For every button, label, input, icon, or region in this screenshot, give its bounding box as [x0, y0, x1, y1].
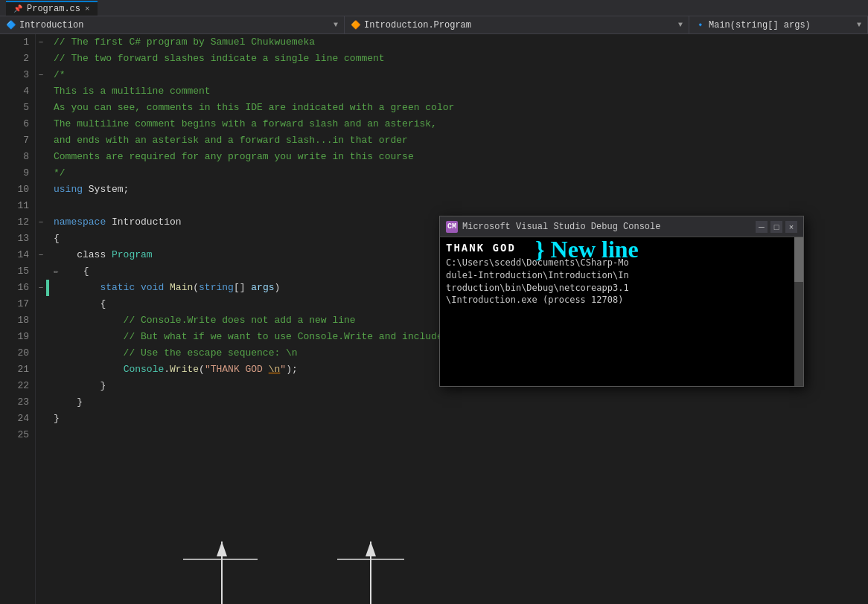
- fold-indicator: [36, 411, 46, 427]
- class-icon: 🔶: [351, 20, 361, 30]
- class-label: Introduction.Program: [364, 20, 471, 30]
- debug-app-icon: CM: [446, 221, 458, 233]
- debug-output-line2: C:\Users\scedd\Documents\CSharp-Mo dule1…: [446, 257, 797, 306]
- fold-indicator[interactable]: −: [36, 247, 46, 263]
- line-number: 3: [7, 67, 29, 83]
- debug-title-bar: CM Microsoft Visual Studio Debug Console…: [440, 216, 803, 237]
- fold-indicator[interactable]: −: [36, 34, 46, 51]
- keyword-token: string: [199, 280, 234, 296]
- code-line: // The first C# program by Samuel Chukwu…: [51, 34, 868, 51]
- fold-indicator: [36, 132, 46, 149]
- debug-scrollbar[interactable]: [794, 237, 803, 386]
- green-indicator-bar: [46, 280, 49, 296]
- line-number: 11: [7, 198, 29, 214]
- line-number: 22: [7, 378, 29, 394]
- namespace-arrow-icon: ▼: [334, 21, 338, 29]
- class-arrow-icon: ▼: [678, 21, 683, 29]
- white-token: ): [275, 280, 281, 296]
- fold-indicator: [36, 165, 46, 181]
- line-number: 14: [7, 247, 29, 263]
- code-line: }: [51, 394, 868, 411]
- comment-token: This is a multiline comment: [54, 83, 211, 100]
- white-token: .: [164, 362, 170, 378]
- fold-indicator[interactable]: −: [36, 280, 46, 296]
- white-token: );: [286, 362, 298, 378]
- fold-indicator[interactable]: −: [36, 67, 46, 83]
- method-arrow-icon: ▼: [857, 21, 861, 29]
- comment-token: */: [54, 165, 66, 181]
- code-line: using System;: [51, 181, 868, 198]
- method-token: Write: [170, 362, 199, 378]
- line-number: 4: [7, 83, 29, 100]
- line-number: 21: [7, 362, 29, 378]
- minimize-button[interactable]: ─: [756, 221, 768, 233]
- method-dropdown[interactable]: 🔹 Main(string[] args) ▼: [689, 16, 868, 33]
- fold-indicator[interactable]: −: [36, 214, 46, 231]
- line-number: 15: [7, 263, 29, 280]
- fold-indicator: [36, 362, 46, 378]
- line-number: 12: [7, 214, 29, 231]
- comment-token: // Use the escape sequence: \n: [54, 345, 298, 362]
- fold-indicator: [36, 263, 46, 280]
- string-token: "THANK GOD: [205, 362, 269, 378]
- line-number: 1: [7, 34, 29, 51]
- restore-button[interactable]: □: [770, 221, 782, 233]
- fold-indicator: [36, 149, 46, 165]
- fold-column: −−−−−: [36, 34, 46, 604]
- class-token: Program: [112, 247, 153, 263]
- comment-token: // The first C# program by Samuel Chukwu…: [54, 34, 315, 51]
- line-number: 24: [7, 411, 29, 427]
- namespace-dropdown[interactable]: 🔷 Introduction ▼: [0, 16, 345, 33]
- pin-icon: 📌: [13, 4, 22, 13]
- line-number: 7: [7, 132, 29, 149]
- fold-indicator: [36, 296, 46, 312]
- fold-indicator: [36, 231, 46, 247]
- method-icon: 🔹: [695, 20, 706, 30]
- line-number: 8: [7, 149, 29, 165]
- white-token: }: [54, 378, 106, 394]
- fold-indicator: [36, 329, 46, 345]
- white-token: []: [234, 280, 251, 296]
- comment-token: /*: [54, 67, 66, 83]
- fold-indicator: [36, 181, 46, 198]
- fold-indicator: [36, 312, 46, 329]
- white-token: {: [60, 263, 89, 280]
- debug-console-window[interactable]: CM Microsoft Visual Studio Debug Console…: [439, 216, 804, 387]
- nav-bar: 🔷 Introduction ▼ 🔶 Introduction.Program …: [0, 16, 868, 34]
- namespace-label: Introduction: [19, 20, 83, 30]
- method-token: Main: [170, 280, 193, 296]
- white-token: Introduction: [106, 214, 181, 231]
- code-line: As you can see, comments in this IDE are…: [51, 100, 868, 116]
- debug-output: THANK GOD } New line C:\Users\scedd\Docu…: [446, 242, 797, 306]
- fold-indicator: [36, 394, 46, 411]
- code-line: The multiline comment begins with a forw…: [51, 116, 868, 132]
- line-number: 17: [7, 296, 29, 312]
- method-label: Main(string[] args): [709, 20, 811, 30]
- class-dropdown[interactable]: 🔶 Introduction.Program ▼: [345, 16, 689, 33]
- close-tab-button[interactable]: ×: [85, 4, 90, 13]
- class-token: Console: [124, 362, 165, 378]
- fold-indicator: [36, 345, 46, 362]
- escape-sequence-token: \n: [269, 362, 281, 378]
- file-tab[interactable]: 📌 Program.cs ×: [6, 1, 98, 16]
- comment-token: Comments are required for any program yo…: [54, 149, 414, 165]
- code-line: }: [51, 411, 868, 427]
- white-token: }: [54, 411, 60, 427]
- fold-indicator: [36, 51, 46, 67]
- line-number: 2: [7, 51, 29, 67]
- comment-token: The multiline comment begins with a forw…: [54, 116, 437, 132]
- close-button[interactable]: ×: [785, 221, 797, 233]
- comment-token: As you can see, comments in this IDE are…: [54, 100, 454, 116]
- param-token: args: [251, 280, 274, 296]
- fold-indicator: [36, 198, 46, 214]
- white-token: System;: [83, 181, 129, 198]
- white-token: (: [193, 280, 199, 296]
- code-line: // The two forward slashes indicate a si…: [51, 51, 868, 67]
- debug-window-controls: ─ □ ×: [756, 221, 797, 233]
- line-number: 5: [7, 100, 29, 116]
- title-bar: 📌 Program.cs ×: [0, 0, 868, 16]
- keyword-token: using: [54, 181, 83, 198]
- comment-token: and ends with an asterisk and a forward …: [54, 132, 408, 149]
- fold-indicator: [36, 100, 46, 116]
- white-token: class: [54, 247, 112, 263]
